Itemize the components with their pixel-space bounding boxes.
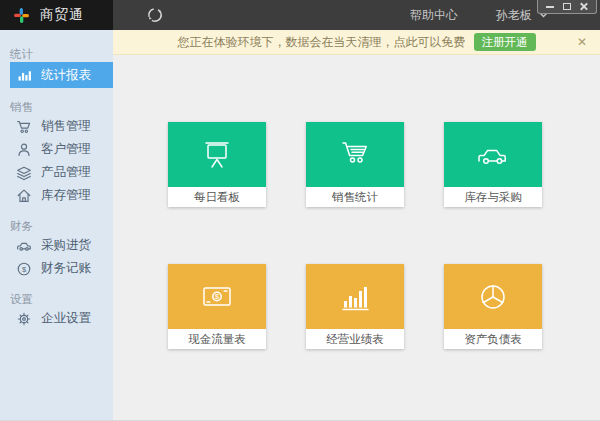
sidebar-item-customer-management[interactable]: 客户管理: [0, 138, 113, 161]
tile-label: 经营业绩表: [306, 329, 404, 349]
sidebar-item-label: 采购进货: [41, 237, 91, 254]
user-name: 孙老板: [496, 7, 532, 24]
tile-sales-statistics[interactable]: 销售统计: [306, 122, 404, 207]
sidebar-item-label: 产品管理: [41, 164, 91, 181]
car-icon: [444, 122, 542, 187]
section-label-finance: 财务: [10, 218, 113, 234]
dollar-circle-icon: $: [15, 260, 33, 278]
sidebar-item-bookkeeping[interactable]: $ 财务记账: [0, 257, 113, 280]
tile-balance-sheet[interactable]: 资产负债表: [444, 264, 542, 349]
bar-chart-icon: [15, 67, 33, 84]
refresh-icon[interactable]: [146, 6, 164, 24]
tile-inventory-purchasing[interactable]: 库存与采购: [444, 122, 542, 207]
sidebar-item-label: 客户管理: [41, 141, 91, 158]
dashboard-tiles: 每日看板 销售统计 库存与采购: [168, 122, 542, 349]
app-title: 商贸通: [40, 6, 84, 24]
topbar: 商贸通 帮助中心 孙老板: [0, 0, 600, 30]
sidebar-item-label: 企业设置: [41, 310, 91, 327]
tile-label: 资产负债表: [444, 329, 542, 349]
tile-daily-dashboard[interactable]: 每日看板: [168, 122, 266, 207]
shopping-cart-icon: [306, 122, 404, 187]
tile-label: 现金流量表: [168, 329, 266, 349]
tile-label: 每日看板: [168, 187, 266, 207]
maximize-icon[interactable]: [563, 3, 571, 10]
sidebar-item-statistics-report[interactable]: 统计报表: [10, 62, 113, 88]
sidebar-item-label: 销售管理: [41, 118, 91, 135]
sidebar-item-purchasing[interactable]: 采购进货: [0, 234, 113, 257]
tile-label: 库存与采购: [444, 187, 542, 207]
sidebar-item-label: 财务记账: [41, 260, 91, 277]
presentation-board-icon: [168, 122, 266, 187]
sidebar-item-label: 库存管理: [41, 187, 91, 204]
minimize-icon[interactable]: [546, 6, 554, 8]
gear-icon: [15, 310, 33, 328]
app-logo: 商贸通: [0, 0, 113, 30]
sidebar-item-sales-management[interactable]: 销售管理: [0, 115, 113, 138]
shopping-cart-icon: [15, 118, 33, 136]
section-label-statistics: 统计: [10, 46, 113, 62]
sidebar-item-inventory-management[interactable]: 库存管理: [0, 184, 113, 207]
tile-label: 销售统计: [306, 187, 404, 207]
help-center-link[interactable]: 帮助中心: [410, 7, 458, 24]
sidebar-item-label: 统计报表: [41, 67, 91, 84]
sidebar-item-product-management[interactable]: 产品管理: [0, 161, 113, 184]
layers-icon: [15, 164, 33, 182]
sidebar: 统计 统计报表 销售 销售管理 客户管理: [0, 30, 113, 420]
tile-cash-flow-statement[interactable]: $ 现金流量表: [168, 264, 266, 349]
banner-message: 您正在体验环境下，数据会在当天清理，点此可以免费: [178, 34, 466, 51]
window-controls: [537, 0, 597, 14]
pinwheel-logo-icon: [13, 7, 30, 24]
svg-text:$: $: [215, 292, 220, 301]
tile-operating-performance[interactable]: 经营业绩表: [306, 264, 404, 349]
section-label-settings: 设置: [10, 291, 113, 307]
person-icon: [15, 141, 33, 159]
pie-chart-icon: [444, 264, 542, 329]
banner-close-icon[interactable]: ✕: [577, 36, 587, 48]
car-icon: [15, 237, 33, 255]
trial-banner: 您正在体验环境下，数据会在当天清理，点此可以免费 注册开通 ✕: [113, 30, 600, 55]
close-icon[interactable]: [580, 3, 588, 11]
banknote-icon: $: [168, 264, 266, 329]
home-icon: [15, 187, 33, 205]
bar-chart-icon: [306, 264, 404, 329]
sidebar-item-company-settings[interactable]: 企业设置: [0, 307, 113, 330]
svg-text:$: $: [22, 264, 27, 273]
section-label-sales: 销售: [10, 99, 113, 115]
register-button[interactable]: 注册开通: [474, 33, 536, 51]
